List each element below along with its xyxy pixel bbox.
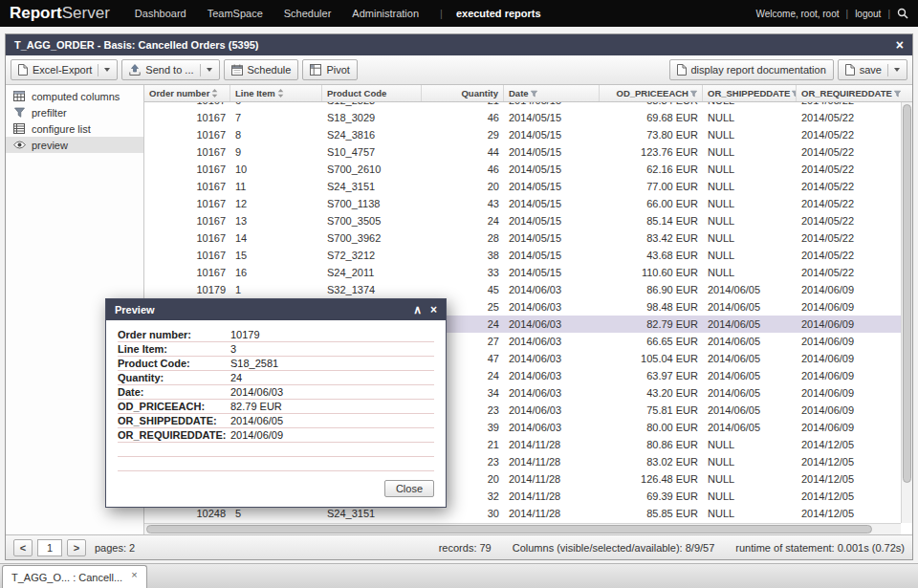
- table-cell-date[interactable]: 2014/05/15: [504, 264, 600, 281]
- send-to-button[interactable]: Send to ...: [121, 59, 219, 80]
- table-cell-date[interactable]: 2014/11/28: [504, 488, 600, 505]
- close-dialog-icon[interactable]: ×: [430, 304, 437, 316]
- table-cell-order-number[interactable]: 10167: [144, 102, 230, 109]
- table-cell-od-priceeach[interactable]: 69.68 EUR: [600, 109, 703, 126]
- table-row[interactable]: 101676S12_2823212014/05/1558.34 EURNULL2…: [144, 102, 901, 109]
- table-cell-od-priceeach[interactable]: 82.79 EUR: [600, 316, 703, 333]
- table-cell-od-priceeach[interactable]: 123.76 EUR: [600, 143, 703, 161]
- table-cell-or-shippeddate[interactable]: NULL: [703, 470, 797, 488]
- table-cell-order-number[interactable]: 10167: [144, 212, 230, 229]
- table-cell-or-requireddate[interactable]: 2014/12/05: [797, 453, 901, 470]
- sort-icon[interactable]: [277, 89, 284, 98]
- table-cell-date[interactable]: 2014/06/03: [504, 402, 600, 419]
- bottom-tab[interactable]: T_AGG_O... : Cancell... ×: [2, 565, 147, 588]
- column-header-or-requireddate[interactable]: OR_REQUIREDDATE: [797, 85, 901, 101]
- table-cell-od-priceeach[interactable]: 110.60 EUR: [600, 264, 703, 281]
- table-cell-or-shippeddate[interactable]: 2014/06/05: [703, 419, 797, 436]
- app-logo[interactable]: ReportServer: [10, 4, 110, 23]
- table-cell-od-priceeach[interactable]: 62.16 EUR: [600, 161, 703, 178]
- table-cell-line-item[interactable]: 11: [230, 178, 322, 195]
- table-cell-or-requireddate[interactable]: 2014/05/22: [797, 102, 901, 109]
- table-cell-quantity[interactable]: 38: [422, 247, 504, 264]
- table-cell-quantity[interactable]: 43: [422, 195, 504, 212]
- table-cell-or-shippeddate[interactable]: NULL: [703, 178, 797, 195]
- table-cell-or-requireddate[interactable]: 2014/06/09: [797, 316, 901, 333]
- table-cell-or-shippeddate[interactable]: NULL: [703, 488, 797, 505]
- filter-icon[interactable]: [531, 90, 537, 98]
- table-cell-date[interactable]: 2014/05/15: [504, 195, 600, 212]
- table-cell-line-item[interactable]: 14: [230, 229, 322, 247]
- table-cell-od-priceeach[interactable]: 43.68 EUR: [600, 247, 703, 264]
- table-cell-od-priceeach[interactable]: 73.80 EUR: [600, 126, 703, 143]
- column-header-quantity[interactable]: Quantity: [422, 85, 504, 101]
- column-header-product-code[interactable]: Product Code: [322, 85, 422, 101]
- dialog-titlebar[interactable]: Preview ∧ ×: [106, 299, 446, 320]
- sidebar-item-computed-columns[interactable]: computed columns: [6, 88, 143, 104]
- table-row[interactable]: 1016711S24_3151202014/05/1577.00 EURNULL…: [144, 178, 901, 195]
- table-cell-date[interactable]: 2014/05/15: [504, 161, 600, 178]
- table-row[interactable]: 101677S18_3029462014/05/1569.68 EURNULL2…: [144, 109, 901, 126]
- table-cell-date[interactable]: 2014/06/03: [504, 350, 600, 367]
- tab-close-icon[interactable]: ×: [131, 569, 137, 580]
- table-cell-date[interactable]: 2014/06/03: [504, 384, 600, 402]
- table-cell-or-requireddate[interactable]: 2014/06/09: [797, 384, 901, 402]
- table-row[interactable]: 1016714S700_3962282014/05/1583.42 EURNUL…: [144, 229, 901, 247]
- table-cell-order-number[interactable]: 10167: [144, 109, 230, 126]
- table-cell-date[interactable]: 2014/11/28: [504, 470, 600, 488]
- table-cell-or-shippeddate[interactable]: NULL: [703, 126, 797, 143]
- table-cell-or-shippeddate[interactable]: NULL: [703, 102, 797, 109]
- table-cell-od-priceeach[interactable]: 80.86 EUR: [600, 436, 703, 453]
- table-cell-line-item[interactable]: 15: [230, 247, 322, 264]
- sort-icon[interactable]: [211, 89, 218, 98]
- table-cell-product-code[interactable]: S18_3029: [322, 109, 422, 126]
- table-cell-date[interactable]: 2014/05/15: [504, 143, 600, 161]
- table-cell-or-shippeddate[interactable]: NULL: [703, 453, 797, 470]
- table-cell-od-priceeach[interactable]: 75.81 EUR: [600, 402, 703, 419]
- table-cell-or-requireddate[interactable]: 2014/05/22: [797, 247, 901, 264]
- table-cell-product-code[interactable]: S12_2823: [322, 102, 422, 109]
- chevron-down-icon[interactable]: [207, 68, 212, 72]
- chevron-down-icon[interactable]: [894, 68, 900, 72]
- table-cell-or-shippeddate[interactable]: 2014/06/05: [703, 367, 797, 384]
- table-row[interactable]: 1016716S24_2011332014/05/15110.60 EURNUL…: [144, 264, 901, 281]
- table-cell-or-requireddate[interactable]: 2014/06/09: [797, 402, 901, 419]
- horizontal-scrollbar-thumb[interactable]: [146, 525, 872, 534]
- dialog-close-button[interactable]: Close: [384, 480, 434, 497]
- save-button[interactable]: save: [838, 59, 907, 80]
- table-cell-quantity[interactable]: 45: [422, 281, 504, 298]
- table-cell-quantity[interactable]: 28: [422, 229, 504, 247]
- table-cell-date[interactable]: 2014/06/03: [504, 419, 600, 436]
- table-cell-line-item[interactable]: 10: [230, 161, 322, 178]
- table-row[interactable]: 101791S32_1374452014/06/0386.90 EUR2014/…: [144, 281, 901, 298]
- chevron-down-icon[interactable]: [104, 68, 110, 72]
- table-cell-line-item[interactable]: 16: [230, 264, 322, 281]
- sidebar-item-preview[interactable]: preview: [6, 137, 143, 153]
- table-cell-or-requireddate[interactable]: 2014/12/05: [797, 488, 901, 505]
- nav-item-teamspace[interactable]: TeamSpace: [208, 8, 263, 19]
- table-cell-product-code[interactable]: S700_1138: [322, 195, 422, 212]
- table-cell-line-item[interactable]: 7: [230, 109, 322, 126]
- table-cell-od-priceeach[interactable]: 43.20 EUR: [600, 384, 703, 402]
- table-cell-line-item[interactable]: 9: [230, 143, 322, 161]
- table-cell-od-priceeach[interactable]: 66.65 EUR: [600, 333, 703, 350]
- table-cell-product-code[interactable]: S10_4757: [322, 143, 422, 161]
- table-cell-order-number[interactable]: 10167: [144, 264, 230, 281]
- table-cell-or-shippeddate[interactable]: NULL: [703, 505, 797, 522]
- pivot-button[interactable]: Pivot: [302, 59, 357, 80]
- logout-link[interactable]: logout: [855, 9, 881, 19]
- table-cell-line-item[interactable]: 8: [230, 126, 322, 143]
- column-header-od-priceeach[interactable]: OD_PRICEEACH: [600, 85, 703, 101]
- table-cell-date[interactable]: 2014/06/03: [504, 281, 600, 298]
- table-cell-quantity[interactable]: 33: [422, 264, 504, 281]
- table-cell-or-requireddate[interactable]: 2014/12/05: [797, 436, 901, 453]
- table-cell-date[interactable]: 2014/05/15: [504, 102, 600, 109]
- display-report-documentation-button[interactable]: display report documentation: [669, 59, 834, 80]
- excel-export-button[interactable]: Excel-Export: [11, 59, 118, 80]
- table-cell-od-priceeach[interactable]: 85.14 EUR: [600, 212, 703, 229]
- table-cell-or-requireddate[interactable]: 2014/05/22: [797, 126, 901, 143]
- table-cell-od-priceeach[interactable]: 58.34 EUR: [600, 102, 703, 109]
- table-cell-date[interactable]: 2014/06/03: [504, 367, 600, 384]
- table-cell-or-requireddate[interactable]: 2014/06/09: [797, 333, 901, 350]
- column-header-date[interactable]: Date: [504, 85, 600, 101]
- table-cell-od-priceeach[interactable]: 63.97 EUR: [600, 367, 703, 384]
